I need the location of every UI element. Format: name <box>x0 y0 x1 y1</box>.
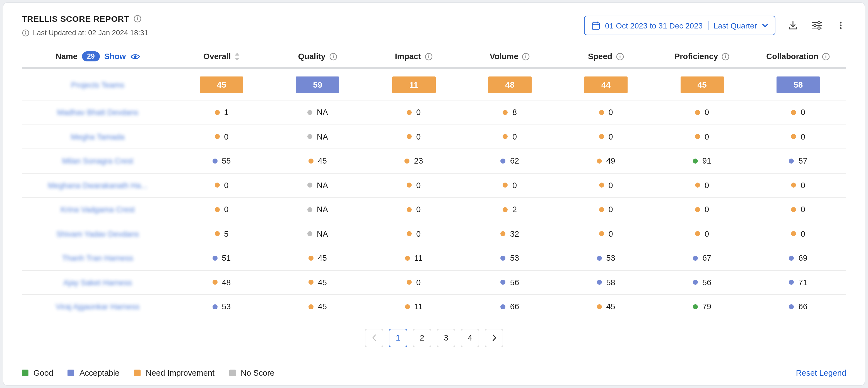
score-cell: NA <box>270 181 366 190</box>
score-dot <box>405 304 410 309</box>
score-value: 11 <box>414 302 423 311</box>
column-label: Collaboration <box>766 52 818 61</box>
score-cell: 0 <box>174 132 270 141</box>
score-chip: 11 <box>392 76 435 93</box>
score-cell: 66 <box>750 302 846 311</box>
score-value: 0 <box>416 132 421 141</box>
score-value: NA <box>317 108 328 117</box>
score: 67 <box>693 254 711 263</box>
table-row: Viraj Ajgaonkar Harness53451166457966 <box>22 295 846 319</box>
score-value: 0 <box>608 205 613 214</box>
legend-item-no-score[interactable]: No Score <box>229 368 275 378</box>
legend-item-good[interactable]: Good <box>22 368 53 378</box>
score-dot <box>309 256 313 261</box>
page-button-3[interactable]: 3 <box>437 329 455 347</box>
row-name-link[interactable]: Madhav Bhatt Devdans <box>57 108 138 117</box>
table-header-row: Name 29 Show Overall Quality Impact <box>22 46 846 67</box>
column-header-overall[interactable]: Overall <box>174 52 270 61</box>
score-cell: 11 <box>366 302 462 311</box>
row-name-link[interactable]: Projects Teams <box>71 80 124 89</box>
score-cell: 45 <box>270 254 366 263</box>
settings-button[interactable] <box>810 20 824 31</box>
score-cell: 53 <box>558 254 654 263</box>
score: 5 <box>215 230 228 238</box>
score-cell: 0 <box>558 230 654 238</box>
score-dot <box>212 304 217 309</box>
score-cell: 67 <box>654 254 750 263</box>
row-name-link[interactable]: Krina Vadgama Crest <box>61 205 135 214</box>
row-name-link[interactable]: Meghana Dwarakanath Ha... <box>48 181 147 190</box>
info-icon[interactable] <box>822 52 830 61</box>
score: 0 <box>791 132 805 141</box>
show-link[interactable]: Show <box>104 52 126 61</box>
table-row: Madhav Bhatt Devdans1NA08000 <box>22 100 846 125</box>
score-dot <box>791 134 796 139</box>
row-name-link[interactable]: Thanh Tran Harness <box>62 254 133 263</box>
score-cell: 0 <box>462 181 558 190</box>
score-cell: NA <box>270 205 366 214</box>
score: 8 <box>503 108 517 117</box>
page-title: TRELLIS SCORE REPORT <box>22 14 129 24</box>
score-cell: 0 <box>558 205 654 214</box>
score-value: NA <box>317 132 328 141</box>
horizontal-scrollbar[interactable] <box>22 67 846 69</box>
info-icon[interactable] <box>616 52 624 61</box>
score-dot <box>309 158 313 163</box>
info-icon[interactable] <box>424 52 433 61</box>
row-name-link[interactable]: Megha Tamada <box>71 132 125 141</box>
name-cell: Viraj Ajgaonkar Harness <box>22 302 174 311</box>
table-row: Megha Tamada0NA00000 <box>22 125 846 149</box>
score: 0 <box>791 205 805 214</box>
score-cell: 0 <box>654 205 750 214</box>
row-name-link[interactable]: Viraj Ajgaonkar Harness <box>56 302 140 311</box>
pagination-next-button[interactable] <box>485 329 503 347</box>
reset-legend-link[interactable]: Reset Legend <box>796 368 846 378</box>
score-dot <box>212 280 217 285</box>
last-updated-text: Last Updated at: 02 Jan 2024 18:31 <box>33 28 148 37</box>
last-updated-info-icon <box>22 29 30 36</box>
legend-item-acceptable[interactable]: Acceptable <box>68 368 120 378</box>
score-value: 0 <box>801 230 805 238</box>
score: 66 <box>501 302 519 311</box>
score-dot <box>215 231 219 236</box>
title-info-icon[interactable] <box>133 14 142 23</box>
row-name-link[interactable]: Milan Sonagra Crest <box>62 157 133 166</box>
info-icon[interactable] <box>329 52 337 61</box>
score-dot <box>307 183 312 188</box>
score: 0 <box>407 278 421 287</box>
legend-item-need-improvement[interactable]: Need Improvement <box>134 368 215 378</box>
info-icon[interactable] <box>721 52 730 61</box>
page-button-2[interactable]: 2 <box>413 329 431 347</box>
name-cell: Megha Tamada <box>22 132 174 141</box>
column-header-quality: Quality <box>270 52 366 61</box>
score-dot <box>791 183 796 188</box>
date-divider <box>708 21 709 30</box>
score-dot <box>695 207 700 212</box>
pagination-prev-button[interactable] <box>365 329 383 347</box>
team-row: Projects Teams45591148444558 <box>22 69 846 100</box>
column-header-proficiency: Proficiency <box>654 52 750 61</box>
score: 0 <box>695 108 709 117</box>
page-button-1[interactable]: 1 <box>389 329 407 347</box>
eye-icon[interactable] <box>130 52 140 61</box>
score-value: 0 <box>513 132 517 141</box>
date-range-text: 01 Oct 2023 to 31 Dec 2023 <box>605 21 703 30</box>
table-row: Thanh Tran Harness51451153536769 <box>22 246 846 270</box>
score-value: 62 <box>510 157 519 166</box>
score-value: NA <box>317 181 328 190</box>
more-options-button[interactable] <box>835 20 846 31</box>
info-icon[interactable] <box>522 52 530 61</box>
score-value: 66 <box>510 302 519 311</box>
date-range-selector[interactable]: 01 Oct 2023 to 31 Dec 2023 Last Quarter <box>584 16 775 35</box>
sort-icon[interactable] <box>234 52 240 61</box>
score: 0 <box>215 205 228 214</box>
score-value: 0 <box>705 230 709 238</box>
table-row: Meghana Dwarakanath Ha...0NA00000 <box>22 173 846 198</box>
score: 45 <box>309 302 327 311</box>
page-button-4[interactable]: 4 <box>461 329 479 347</box>
download-button[interactable] <box>787 20 799 31</box>
row-name-link[interactable]: Shivam Yadav Devdans <box>56 230 139 238</box>
score-value: 79 <box>702 302 711 311</box>
row-name-link[interactable]: Ajay Saket Harness <box>63 278 132 287</box>
score-cell: 0 <box>750 132 846 141</box>
